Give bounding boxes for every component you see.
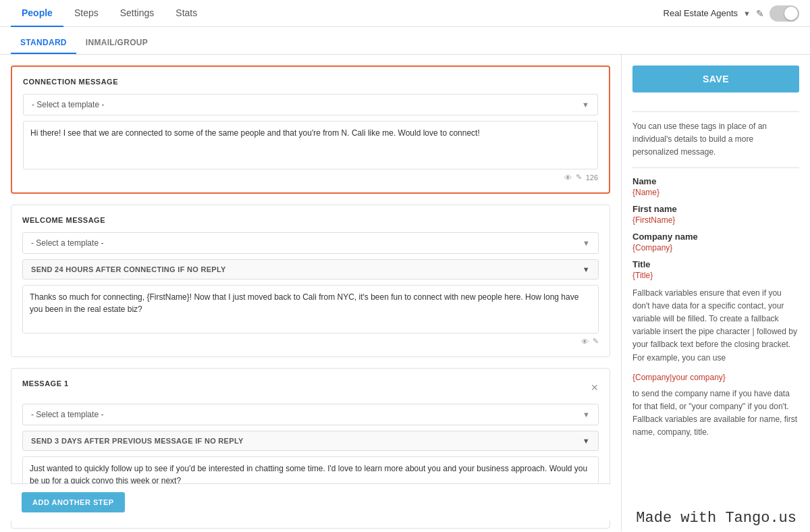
welcome-template-dropdown[interactable]: - Select a template - ▼: [22, 232, 599, 254]
top-nav: People Steps Settings Stats Real Estate …: [0, 0, 810, 27]
tag-firstname-label: First name: [632, 204, 799, 214]
tag-company: Company name {Company}: [632, 232, 799, 252]
sidebar: SAVE You can use these tags in place of …: [621, 55, 810, 531]
main-layout: CONNECTION MESSAGE - Select a template -…: [0, 55, 810, 531]
edit-icon-small: ✎: [576, 173, 582, 182]
welcome-message-section: WELCOME MESSAGE - Select a template - ▼ …: [11, 205, 610, 357]
message1-close[interactable]: ✕: [591, 382, 599, 393]
tag-name-label: Name: [632, 176, 799, 186]
message1-send-after[interactable]: SEND 3 DAYS AFTER PREVIOUS MESSAGE IF NO…: [22, 431, 599, 451]
welcome-send-after-label: SEND 24 HOURS AFTER CONNECTING IF NO REP…: [31, 265, 226, 273]
sidebar-divider-1: [632, 111, 799, 112]
toggle-knob: [784, 7, 798, 20]
nav-steps[interactable]: Steps: [63, 0, 109, 27]
message1-header-row: MESSAGE 1 ✕: [22, 379, 599, 396]
nav-stats[interactable]: Stats: [165, 0, 208, 27]
save-button[interactable]: SAVE: [632, 65, 799, 92]
campaign-dropdown-arrow[interactable]: ▼: [743, 9, 751, 18]
welcome-edit-icon: ✎: [593, 337, 599, 346]
campaign-edit-icon[interactable]: ✎: [756, 8, 764, 19]
message1-template-value: - Select a template -: [31, 410, 103, 419]
message1-template-chevron: ▼: [583, 410, 590, 419]
sub-tabs: STANDARD INMAIL/GROUP: [0, 27, 810, 55]
connection-template-dropdown[interactable]: - Select a template - ▼: [23, 94, 598, 115]
fallback-example: {Company|your company}: [632, 373, 799, 382]
tag-company-label: Company name: [632, 232, 799, 242]
welcome-template-value: - Select a template -: [31, 238, 103, 248]
tag-title-value: {Title}: [632, 271, 799, 280]
connection-textarea-footer: 👁 ✎ 126: [23, 173, 598, 182]
message1-header: MESSAGE 1: [22, 379, 69, 388]
welcome-template-chevron: ▼: [583, 239, 590, 247]
campaign-name: Real Estate Agents: [664, 8, 738, 18]
tab-inmail-group[interactable]: INMAIL/GROUP: [76, 32, 157, 54]
nav-people[interactable]: People: [11, 0, 63, 27]
welcome-message-textarea[interactable]: [22, 285, 599, 334]
sidebar-intro-text: You can use these tags in place of an in…: [632, 120, 799, 159]
nav-settings[interactable]: Settings: [109, 0, 165, 27]
welcome-textarea-footer: 👁 ✎: [22, 337, 599, 346]
add-step-bar: ADD ANOTHER STEP: [11, 483, 610, 521]
connection-template-value: - Select a template -: [32, 100, 104, 109]
tag-title: Title {Title}: [632, 259, 799, 280]
campaign-toggle[interactable]: [770, 5, 799, 22]
sidebar-divider-2: [632, 167, 799, 168]
tag-name-value: {Name}: [632, 188, 799, 197]
welcome-view-icon: 👁: [581, 338, 589, 346]
tag-company-value: {Company}: [632, 243, 799, 252]
connection-message-textarea[interactable]: [23, 121, 598, 169]
content-area: CONNECTION MESSAGE - Select a template -…: [0, 55, 621, 531]
add-step-button[interactable]: ADD ANOTHER STEP: [22, 492, 125, 512]
connection-template-chevron: ▼: [582, 101, 589, 109]
connection-message-header: CONNECTION MESSAGE: [23, 78, 598, 86]
welcome-send-after[interactable]: SEND 24 HOURS AFTER CONNECTING IF NO REP…: [22, 259, 599, 280]
connection-message-section: CONNECTION MESSAGE - Select a template -…: [11, 65, 610, 194]
tag-firstname: First name {FirstName}: [632, 204, 799, 225]
top-nav-right: Real Estate Agents ▼ ✎: [664, 5, 799, 22]
message1-send-after-label: SEND 3 DAYS AFTER PREVIOUS MESSAGE IF NO…: [31, 437, 244, 445]
fallback-text-1: Fallback variables ensure that even if y…: [632, 287, 799, 365]
message1-template-dropdown[interactable]: - Select a template - ▼: [22, 404, 599, 425]
tag-firstname-value: {FirstName}: [632, 215, 799, 225]
tango-watermark: Made with Tango.us: [622, 504, 810, 531]
connection-char-count: 126: [586, 174, 598, 182]
top-nav-left: People Steps Settings Stats: [11, 0, 208, 27]
welcome-message-header: WELCOME MESSAGE: [22, 216, 599, 224]
message1-send-after-chevron: ▼: [583, 437, 590, 445]
fallback-text-2: to send the company name if you have dat…: [632, 388, 799, 440]
view-icon: 👁: [564, 174, 572, 182]
tab-standard[interactable]: STANDARD: [11, 32, 76, 54]
welcome-send-after-chevron: ▼: [583, 265, 590, 273]
tag-name: Name {Name}: [632, 176, 799, 197]
tag-title-label: Title: [632, 259, 799, 269]
